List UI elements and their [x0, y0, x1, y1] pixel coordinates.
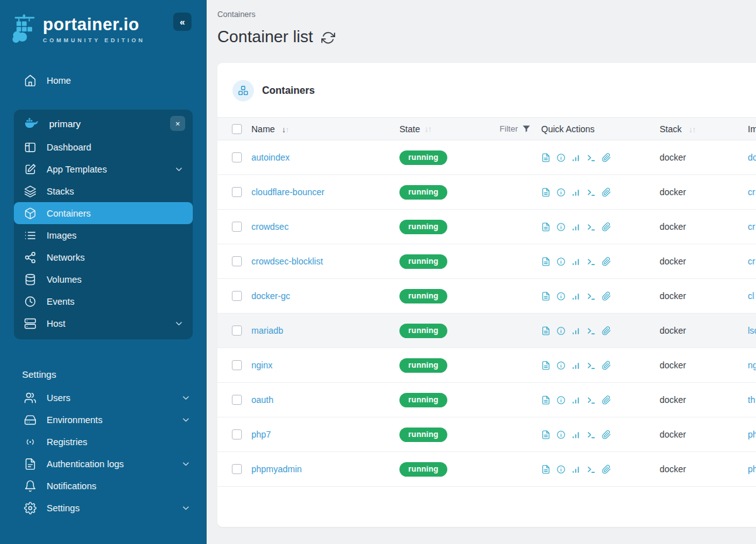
row-checkbox[interactable]	[232, 395, 242, 405]
sidebar-item-settings[interactable]: Settings	[0, 497, 207, 519]
console-icon[interactable]	[587, 153, 596, 162]
image-link[interactable]: cr	[748, 187, 755, 197]
inspect-icon[interactable]	[556, 153, 566, 162]
stats-icon[interactable]	[571, 292, 581, 301]
sidebar-item-authentication-logs[interactable]: Authentication logs	[0, 453, 207, 475]
refresh-icon[interactable]	[321, 31, 335, 45]
environment-header[interactable]: primary ×	[14, 111, 193, 136]
row-checkbox[interactable]	[232, 360, 242, 370]
logs-icon[interactable]	[541, 222, 551, 232]
console-icon[interactable]	[587, 395, 596, 405]
attach-icon[interactable]	[602, 361, 611, 370]
console-icon[interactable]	[587, 257, 596, 266]
image-link[interactable]: th	[748, 395, 755, 405]
sidebar-item-containers[interactable]: Containers	[14, 202, 193, 224]
attach-icon[interactable]	[602, 465, 611, 474]
chevron-down-icon[interactable]	[181, 415, 191, 425]
image-link[interactable]: do	[748, 152, 756, 162]
stats-icon[interactable]	[571, 430, 581, 439]
container-name-link[interactable]: crowdsec-blocklist	[251, 256, 323, 266]
inspect-icon[interactable]	[556, 326, 566, 336]
inspect-icon[interactable]	[556, 465, 566, 474]
stats-icon[interactable]	[571, 257, 581, 266]
inspect-icon[interactable]	[556, 292, 566, 301]
attach-icon[interactable]	[602, 430, 611, 439]
console-icon[interactable]	[587, 430, 596, 439]
state-filter-button[interactable]: Filter	[500, 124, 541, 133]
logs-icon[interactable]	[541, 395, 551, 405]
row-checkbox[interactable]	[232, 222, 242, 232]
column-header-stack[interactable]: Stack ↓↑	[660, 124, 748, 134]
chevron-down-icon[interactable]	[181, 459, 191, 469]
sidebar-item-images[interactable]: Images	[14, 224, 193, 246]
attach-icon[interactable]	[602, 326, 611, 336]
logs-icon[interactable]	[541, 465, 551, 474]
image-link[interactable]: ph	[748, 464, 756, 474]
console-icon[interactable]	[587, 222, 596, 232]
logs-icon[interactable]	[541, 430, 551, 439]
sort-icon[interactable]: ↓↑	[425, 124, 432, 133]
attach-icon[interactable]	[602, 188, 611, 197]
logs-icon[interactable]	[541, 257, 551, 266]
attach-icon[interactable]	[602, 257, 611, 266]
image-link[interactable]: cr	[748, 256, 755, 266]
sidebar-item-volumes[interactable]: Volumes	[14, 268, 193, 290]
container-name-link[interactable]: nginx	[251, 360, 272, 370]
row-checkbox[interactable]	[232, 187, 242, 197]
logs-icon[interactable]	[541, 326, 551, 336]
container-name-link[interactable]: docker-gc	[251, 291, 290, 301]
sort-icon[interactable]: ↓↑	[282, 125, 289, 134]
image-link[interactable]: cl	[748, 291, 754, 301]
sidebar-collapse-button[interactable]: «	[173, 13, 192, 31]
console-icon[interactable]	[587, 188, 596, 197]
sidebar-item-environments[interactable]: Environments	[0, 409, 207, 431]
inspect-icon[interactable]	[556, 430, 566, 439]
stats-icon[interactable]	[571, 361, 581, 370]
sidebar-item-app-templates[interactable]: App Templates	[14, 158, 193, 180]
sidebar-item-notifications[interactable]: Notifications	[0, 475, 207, 497]
attach-icon[interactable]	[602, 292, 611, 301]
attach-icon[interactable]	[602, 395, 611, 405]
logs-icon[interactable]	[541, 188, 551, 197]
container-name-link[interactable]: autoindex	[251, 152, 290, 162]
image-link[interactable]: ng	[748, 360, 756, 370]
stats-icon[interactable]	[571, 188, 581, 197]
console-icon[interactable]	[587, 361, 596, 370]
chevron-down-icon[interactable]	[174, 319, 184, 329]
sidebar-item-host[interactable]: Host	[14, 312, 193, 334]
container-name-link[interactable]: crowdsec	[251, 222, 289, 232]
image-link[interactable]: cr	[748, 222, 755, 232]
container-name-link[interactable]: oauth	[251, 395, 273, 405]
stats-icon[interactable]	[571, 222, 581, 232]
stats-icon[interactable]	[571, 326, 581, 336]
logs-icon[interactable]	[541, 292, 551, 301]
stats-icon[interactable]	[571, 395, 581, 405]
console-icon[interactable]	[587, 292, 596, 301]
console-icon[interactable]	[587, 326, 596, 336]
column-header-state[interactable]: State ↓↑	[399, 124, 432, 134]
row-checkbox[interactable]	[232, 291, 242, 301]
row-checkbox[interactable]	[232, 464, 242, 474]
row-checkbox[interactable]	[232, 429, 242, 439]
logs-icon[interactable]	[541, 153, 551, 162]
sidebar-item-dashboard[interactable]: Dashboard	[14, 136, 193, 158]
column-header-image[interactable]: Image	[748, 124, 756, 134]
image-link[interactable]: lsc	[748, 326, 756, 336]
sort-icon[interactable]: ↓↑	[689, 125, 696, 134]
container-name-link[interactable]: mariadb	[251, 326, 284, 336]
container-name-link[interactable]: phpmyadmin	[251, 464, 302, 474]
sidebar-item-stacks[interactable]: Stacks	[14, 180, 193, 202]
row-checkbox[interactable]	[232, 256, 242, 266]
attach-icon[interactable]	[602, 222, 611, 232]
container-name-link[interactable]: php7	[251, 429, 271, 439]
column-header-name[interactable]: Name ↓↑	[251, 124, 399, 134]
attach-icon[interactable]	[602, 153, 611, 162]
inspect-icon[interactable]	[556, 188, 566, 197]
chevron-down-icon[interactable]	[181, 393, 191, 403]
select-all-checkbox[interactable]	[232, 124, 242, 134]
inspect-icon[interactable]	[556, 395, 566, 405]
chevron-down-icon[interactable]	[181, 503, 191, 513]
chevron-down-icon[interactable]	[174, 164, 184, 174]
logs-icon[interactable]	[541, 361, 551, 370]
image-link[interactable]: ph	[748, 429, 756, 439]
